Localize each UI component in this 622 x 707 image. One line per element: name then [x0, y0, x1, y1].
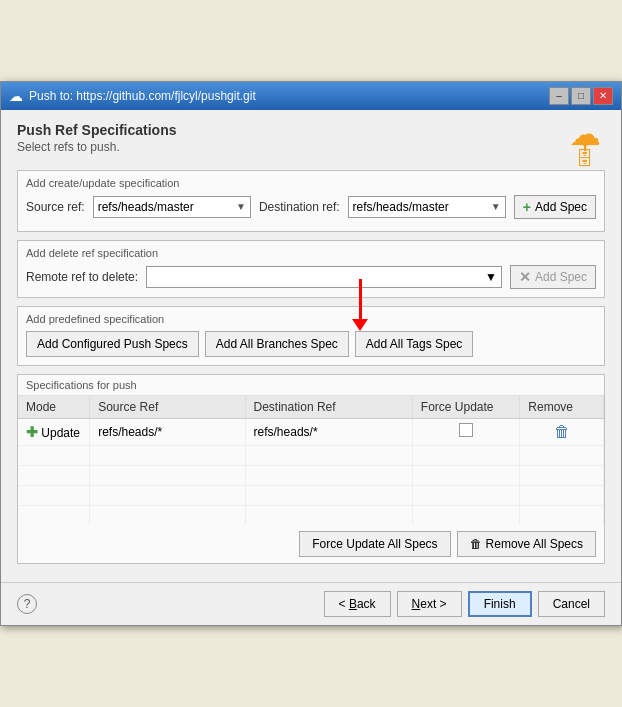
empty-cell [90, 485, 245, 505]
mode-label: Update [41, 426, 80, 440]
empty-row-3 [18, 485, 604, 505]
empty-row-2 [18, 465, 604, 485]
page-title: Push Ref Specifications [17, 122, 176, 138]
predefined-section: Add predefined specification Add Configu… [17, 306, 605, 366]
empty-cell [18, 465, 90, 485]
remote-ref-label: Remote ref to delete: [26, 270, 138, 284]
specs-section-title: Specifications for push [18, 375, 604, 396]
source-dropdown-arrow: ▼ [236, 201, 246, 212]
specs-bottom-buttons: Force Update All Specs 🗑 Remove All Spec… [18, 525, 604, 563]
add-delete-spec-label: Add Spec [535, 270, 587, 284]
footer-right: < Back Next > Finish Cancel [324, 591, 605, 617]
title-bar-buttons: – □ ✕ [549, 87, 613, 105]
page-subtitle: Select refs to push. [17, 140, 176, 154]
window-title: Push to: https://github.com/fjlcyl/pushg… [29, 89, 256, 103]
plus-icon: + [523, 199, 531, 215]
col-mode: Mode [18, 396, 90, 419]
cloud-db-icon: ☁ ⬆ 🗄 [569, 118, 601, 170]
add-delete-spec-button[interactable]: ✕ Add Spec [510, 265, 596, 289]
title-bar: ☁ Push to: https://github.com/fjlcyl/pus… [1, 82, 621, 110]
dest-dropdown-arrow: ▼ [491, 201, 501, 212]
force-update-checkbox[interactable] [459, 423, 473, 437]
col-dest-ref: Destination Ref [245, 396, 412, 419]
page-header: Push Ref Specifications Select refs to p… [17, 122, 605, 170]
add-configured-push-specs-button[interactable]: Add Configured Push Specs [26, 331, 199, 357]
empty-cell [412, 465, 520, 485]
specs-table-body: ✚ Update refs/heads/* refs/heads/* 🗑 [18, 418, 604, 525]
remove-all-specs-button[interactable]: 🗑 Remove All Specs [457, 531, 596, 557]
create-update-label: Add create/update specification [26, 177, 596, 189]
empty-row-4 [18, 505, 604, 525]
row-remove[interactable]: 🗑 [520, 418, 604, 445]
table-row: ✚ Update refs/heads/* refs/heads/* 🗑 [18, 418, 604, 445]
dest-ref-dropdown[interactable]: refs/heads/master ▼ [348, 196, 506, 218]
empty-cell [245, 485, 412, 505]
minimize-button[interactable]: – [549, 87, 569, 105]
create-update-section: Add create/update specification Source r… [17, 170, 605, 232]
empty-cell [18, 505, 90, 525]
dest-ref-value: refs/heads/master [353, 200, 449, 214]
window-icon: ☁ [9, 88, 23, 104]
add-all-branches-spec-button[interactable]: Add All Branches Spec [205, 331, 349, 357]
specs-table-header: Mode Source Ref Destination Ref Force Up… [18, 396, 604, 419]
empty-row-1 [18, 445, 604, 465]
red-arrow-annotation [352, 279, 368, 331]
col-force-update: Force Update [412, 396, 520, 419]
empty-cell [412, 505, 520, 525]
empty-cell [18, 485, 90, 505]
row-mode: ✚ Update [18, 418, 90, 445]
empty-cell [90, 445, 245, 465]
title-bar-left: ☁ Push to: https://github.com/fjlcyl/pus… [9, 88, 256, 104]
trash-icon[interactable]: 🗑 [554, 423, 570, 440]
create-update-form-row: Source ref: refs/heads/master ▼ Destinat… [26, 195, 596, 219]
x-icon: ✕ [519, 269, 531, 285]
cancel-button[interactable]: Cancel [538, 591, 605, 617]
predefined-label: Add predefined specification [26, 313, 596, 325]
remote-dropdown-arrow: ▼ [485, 270, 497, 284]
force-update-all-specs-button[interactable]: Force Update All Specs [299, 531, 450, 557]
add-spec-button[interactable]: + Add Spec [514, 195, 596, 219]
source-ref-dropdown[interactable]: refs/heads/master ▼ [93, 196, 251, 218]
row-source-ref: refs/heads/* [90, 418, 245, 445]
empty-cell [520, 465, 604, 485]
empty-cell [412, 445, 520, 465]
specs-table: Mode Source Ref Destination Ref Force Up… [18, 396, 604, 526]
back-button[interactable]: < Back [324, 591, 391, 617]
predefined-buttons: Add Configured Push Specs Add All Branch… [26, 331, 596, 357]
close-button[interactable]: ✕ [593, 87, 613, 105]
remote-ref-dropdown[interactable]: ▼ [146, 266, 502, 288]
row-force-update[interactable] [412, 418, 520, 445]
add-all-tags-spec-button[interactable]: Add All Tags Spec [355, 331, 474, 357]
empty-cell [412, 485, 520, 505]
empty-cell [520, 445, 604, 465]
add-spec-label: Add Spec [535, 200, 587, 214]
delete-ref-label: Add delete ref specification [26, 247, 596, 259]
col-source-ref: Source Ref [90, 396, 245, 419]
arrow-head-icon [352, 319, 368, 331]
col-remove: Remove [520, 396, 604, 419]
help-button[interactable]: ? [17, 594, 37, 614]
specs-for-push-section: Specifications for push Mode Source Ref … [17, 374, 605, 565]
footer: ? < Back Next > Finish Cancel [1, 582, 621, 625]
empty-cell [245, 445, 412, 465]
source-ref-value: refs/heads/master [98, 200, 194, 214]
remove-all-label: Remove All Specs [486, 537, 583, 551]
next-button[interactable]: Next > [397, 591, 462, 617]
maximize-button[interactable]: □ [571, 87, 591, 105]
remove-icon: 🗑 [470, 537, 482, 551]
empty-cell [520, 485, 604, 505]
empty-cell [90, 465, 245, 485]
specs-table-wrapper: Mode Source Ref Destination Ref Force Up… [18, 396, 604, 526]
main-window: ☁ Push to: https://github.com/fjlcyl/pus… [0, 81, 622, 627]
main-content: Push Ref Specifications Select refs to p… [1, 110, 621, 583]
empty-cell [520, 505, 604, 525]
footer-left: ? [17, 594, 37, 614]
empty-cell [90, 505, 245, 525]
finish-button[interactable]: Finish [468, 591, 532, 617]
row-dest-ref: refs/heads/* [245, 418, 412, 445]
empty-cell [18, 445, 90, 465]
delete-ref-section: Add delete ref specification Remote ref … [17, 240, 605, 298]
empty-cell [245, 465, 412, 485]
arrow-shaft [359, 279, 362, 319]
source-ref-label: Source ref: [26, 200, 85, 214]
